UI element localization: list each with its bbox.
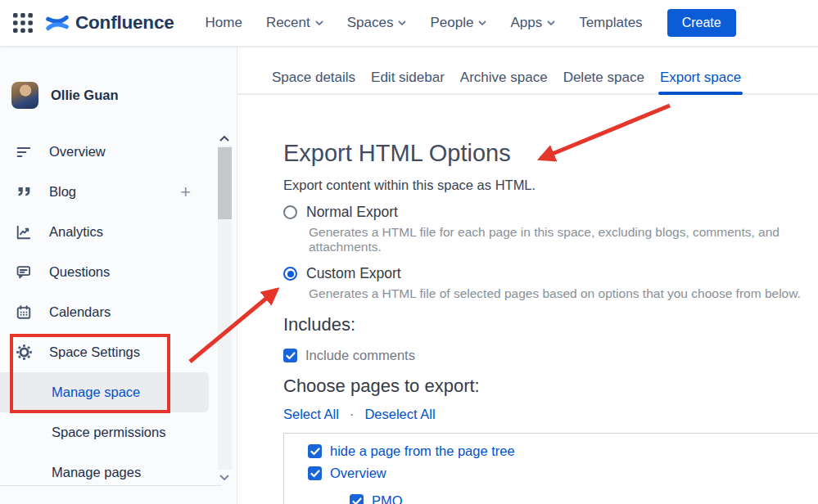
choose-pages-heading: Choose pages to export: [283, 376, 818, 397]
checkbox-tree-item[interactable] [308, 466, 322, 480]
sidebar-item-label: Space permissions [52, 425, 165, 440]
tree-item-label[interactable]: Overview [330, 466, 386, 481]
sidebar-item-label: Questions [49, 264, 110, 280]
tab-export-space[interactable]: Export space [660, 70, 741, 86]
page-tree-panel: hide a page from the page tree Overview … [283, 433, 818, 504]
chevron-down-icon [315, 20, 323, 25]
calendar-icon [15, 304, 33, 322]
select-links-row: Select All · Deselect All [283, 407, 818, 422]
checkbox-include-comments[interactable] [283, 349, 297, 362]
create-button[interactable]: Create [667, 9, 736, 37]
nav-item-people[interactable]: People [430, 15, 486, 31]
normal-export-option[interactable]: Normal Export [283, 204, 818, 221]
overview-icon [15, 143, 33, 161]
chevron-down-icon [478, 20, 486, 25]
sidebar-item-label: Manage space [52, 385, 140, 400]
nav-item-label: Home [206, 15, 242, 31]
sidebar-scrollbar[interactable] [216, 131, 233, 484]
sidebar-item-label: Calendars [49, 304, 111, 320]
apps-grid-icon[interactable] [13, 13, 33, 33]
radio-normal-export[interactable] [283, 205, 297, 219]
sidebar-menu: Overview Blog + [0, 132, 237, 493]
select-all-link[interactable]: Select All [283, 407, 339, 422]
radio-label: Normal Export [306, 204, 398, 221]
analytics-icon [15, 223, 33, 241]
check-icon [310, 448, 320, 456]
top-navigation: Confluence Home Recent Spaces People App… [0, 0, 818, 47]
blog-icon [15, 183, 33, 201]
nav-item-apps[interactable]: Apps [510, 15, 555, 31]
sidebar-item-manage-space[interactable]: Manage space [0, 372, 209, 412]
checkbox-label: Include comments [305, 348, 415, 363]
checkbox-tree-item[interactable] [308, 444, 322, 458]
tree-item-label[interactable]: PMO [372, 493, 403, 504]
sidebar-item-analytics[interactable]: Analytics [0, 212, 237, 252]
tree-item-pmo[interactable]: PMO [350, 493, 818, 504]
page-title: Export HTML Options [283, 140, 818, 167]
scrollbar-track[interactable] [218, 146, 232, 470]
check-icon [310, 470, 320, 478]
sidebar-item-space-settings[interactable]: Space Settings [0, 332, 237, 372]
nav-item-home[interactable]: Home [206, 15, 242, 31]
tab-space-details[interactable]: Space details [272, 70, 355, 86]
export-intro: Export content within this space as HTML… [283, 178, 818, 193]
include-comments-row[interactable]: Include comments [283, 348, 818, 363]
nav-item-label: Recent [266, 15, 310, 31]
space-title: Ollie Guan [51, 88, 119, 103]
nav-item-templates[interactable]: Templates [579, 15, 642, 31]
sidebar-item-label: Analytics [49, 224, 103, 240]
plus-icon[interactable]: + [180, 183, 191, 201]
dot-separator: · [350, 407, 355, 422]
tree-item-overview[interactable]: Overview [308, 466, 818, 481]
radio-label: Custom Export [306, 265, 401, 282]
chevron-down-icon[interactable] [216, 470, 233, 484]
nav-item-recent[interactable]: Recent [266, 15, 323, 31]
tree-item-label[interactable]: hide a page from the page tree [330, 443, 515, 459]
checkbox-tree-item[interactable] [350, 494, 364, 504]
custom-export-option[interactable]: Custom Export [283, 265, 818, 282]
questions-icon [15, 263, 33, 281]
tab-archive-space[interactable]: Archive space [460, 70, 548, 86]
sidebar-item-label: Space Settings [49, 344, 140, 360]
sidebar-item-label: Overview [49, 144, 106, 160]
radio-custom-export[interactable] [283, 267, 297, 281]
scrollbar-thumb[interactable] [218, 147, 232, 219]
user-avatar [11, 82, 38, 109]
chevron-up-icon[interactable] [216, 131, 233, 146]
sidebar-divider [0, 485, 221, 486]
chevron-down-icon [398, 20, 406, 25]
settings-tabs: Space details Edit sidebar Archive space… [237, 47, 818, 95]
tab-delete-space[interactable]: Delete space [563, 70, 644, 86]
deselect-all-link[interactable]: Deselect All [364, 407, 435, 422]
gear-icon [15, 344, 33, 362]
page-body: Ollie Guan Overview [0, 47, 818, 504]
normal-export-description: Generates a HTML file for each page in t… [309, 225, 818, 254]
brand-name: Confluence [75, 12, 174, 34]
export-content: Export HTML Options Export content withi… [237, 140, 818, 504]
sidebar-item-space-permissions[interactable]: Space permissions [0, 412, 237, 452]
check-icon [286, 352, 296, 360]
custom-export-description: Generates a HTML file of selected pages … [309, 286, 818, 301]
nav-item-spaces[interactable]: Spaces [347, 15, 407, 31]
space-sidebar: Ollie Guan Overview [0, 47, 237, 504]
sidebar-item-manage-pages[interactable]: Manage pages [0, 452, 237, 493]
includes-heading: Includes: [283, 314, 818, 335]
nav-menu: Home Recent Spaces People Apps Templates [206, 15, 643, 31]
confluence-logo-icon [45, 11, 70, 35]
nav-item-label: Templates [579, 15, 642, 31]
check-icon [352, 497, 362, 504]
sidebar-item-calendars[interactable]: Calendars [0, 292, 237, 332]
main-content: Space details Edit sidebar Archive space… [237, 47, 818, 504]
sidebar-item-overview[interactable]: Overview [0, 132, 237, 172]
tab-edit-sidebar[interactable]: Edit sidebar [371, 70, 445, 86]
sidebar-item-questions[interactable]: Questions [0, 252, 237, 292]
sidebar-item-label: Blog [49, 184, 76, 200]
nav-item-label: Apps [510, 15, 542, 31]
space-header[interactable]: Ollie Guan [11, 82, 237, 109]
tree-item-hide-page[interactable]: hide a page from the page tree [308, 443, 818, 459]
sidebar-item-label: Manage pages [52, 465, 141, 480]
confluence-brand[interactable]: Confluence [45, 11, 174, 35]
sidebar-item-blog[interactable]: Blog + [0, 172, 237, 212]
nav-item-label: People [430, 15, 473, 31]
nav-item-label: Spaces [347, 15, 394, 31]
